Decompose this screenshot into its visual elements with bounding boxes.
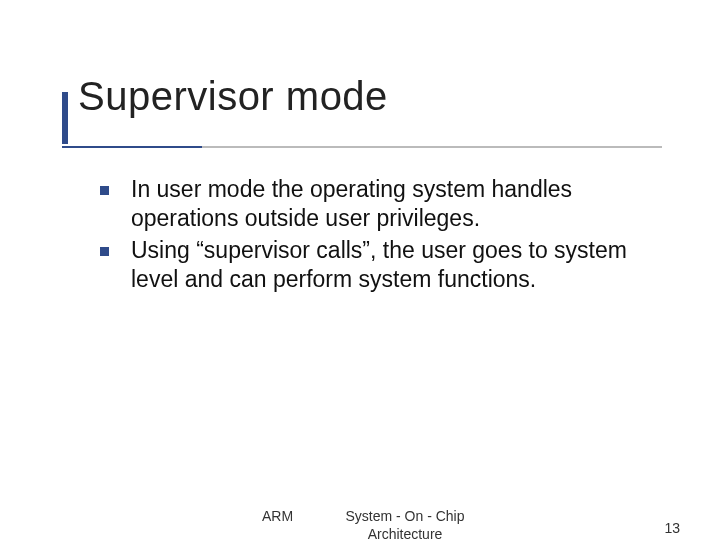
- slide: Supervisor mode In user mode the operati…: [0, 0, 720, 540]
- square-bullet-icon: [100, 247, 109, 256]
- footer-left-label: ARM: [262, 508, 293, 524]
- content-area: In user mode the operating system handle…: [100, 175, 660, 297]
- footer-center-label: System - On - Chip Architecture: [320, 508, 490, 540]
- title-area: Supervisor mode: [0, 0, 720, 129]
- bullet-text: Using “supervisor calls”, the user goes …: [131, 236, 660, 295]
- title-accent-bar: [62, 92, 68, 144]
- bullet-text: In user mode the operating system handle…: [131, 175, 660, 234]
- list-item: Using “supervisor calls”, the user goes …: [100, 236, 660, 295]
- page-number: 13: [664, 520, 680, 536]
- list-item: In user mode the operating system handle…: [100, 175, 660, 234]
- square-bullet-icon: [100, 186, 109, 195]
- title-underline: [62, 146, 662, 148]
- slide-title: Supervisor mode: [78, 74, 720, 119]
